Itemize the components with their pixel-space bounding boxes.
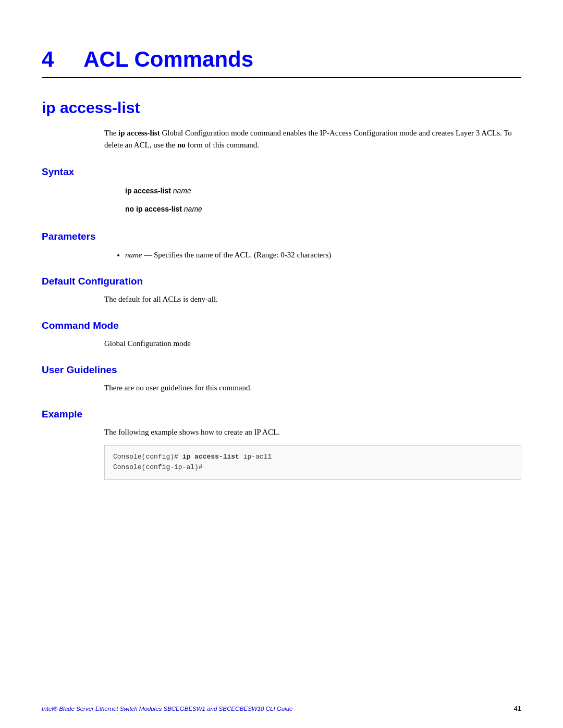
syntax-heading: Syntax <box>42 166 521 178</box>
description-bold-command: ip access-list <box>118 129 160 137</box>
syntax-cmd-1-bold: ip access-list <box>125 187 173 195</box>
chapter-title-text: ACL Commands <box>83 47 253 71</box>
user-guidelines-text: There are no user guidelines for this co… <box>104 382 521 394</box>
parameters-heading: Parameters <box>42 231 521 242</box>
chapter-divider <box>42 77 521 78</box>
command-mode-heading: Command Mode <box>42 320 521 331</box>
section-title: ip access-list <box>42 99 521 117</box>
example-heading: Example <box>42 409 521 420</box>
example-intro: The following example shows how to creat… <box>104 426 521 438</box>
chapter-number: 4 <box>42 47 54 71</box>
code-block: Console(config)# ip access-list ip-acl1 … <box>104 445 521 480</box>
default-config-heading: Default Configuration <box>42 276 521 287</box>
syntax-line-2: no ip access-list name <box>125 202 521 216</box>
footer-text: Intel® Blade Server Ethernet Switch Modu… <box>42 706 292 712</box>
page-footer: Intel® Blade Server Ethernet Switch Modu… <box>0 705 563 712</box>
code-prefix-1: Console(config)# <box>113 453 182 461</box>
footer-page-number: 41 <box>514 705 521 712</box>
user-guidelines-heading: User Guidelines <box>42 364 521 376</box>
chapter-title: 4 ACL Commands <box>42 47 521 72</box>
description-bold-no: no <box>177 141 186 149</box>
code-bold-1: ip access-list <box>182 453 239 461</box>
default-config-text: The default for all ACLs is deny-all. <box>104 293 521 305</box>
command-mode-text: Global Configuration mode <box>104 338 521 350</box>
page-container: 4 ACL Commands ip access-list The ip acc… <box>0 0 563 522</box>
syntax-line-1: ip access-list name <box>125 184 521 198</box>
code-line-1: Console(config)# ip access-list ip-acl1 <box>113 452 512 463</box>
parameters-list: name — Specifies the name of the ACL. (R… <box>115 249 521 261</box>
code-line-2: Console(config-ip-al)# <box>113 462 512 473</box>
parameter-item: name — Specifies the name of the ACL. (R… <box>125 249 521 261</box>
section-description: The ip access-list Global Configuration … <box>104 127 521 152</box>
syntax-cmd-1-italic: name <box>173 187 191 195</box>
code-suffix-1: ip-acl1 <box>239 453 272 461</box>
param-name: name <box>125 251 142 259</box>
syntax-cmd-2-italic: name <box>184 205 202 213</box>
param-description: — Specifies the name of the ACL. (Range:… <box>144 251 331 259</box>
syntax-cmd-2-bold: no ip access-list <box>125 205 184 213</box>
code-prefix-2: Console(config-ip-al)# <box>113 463 203 471</box>
